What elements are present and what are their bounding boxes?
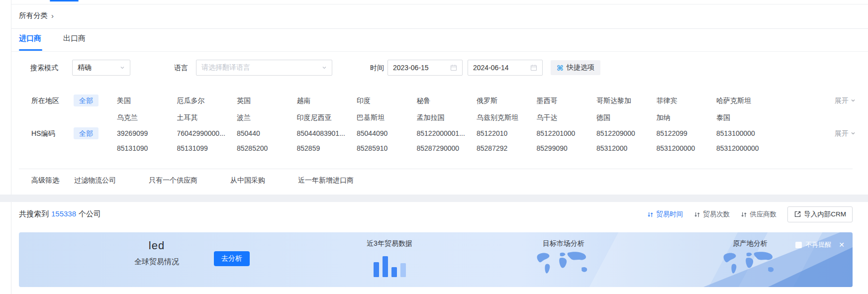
close-icon[interactable]: ✕: [839, 241, 845, 249]
region-option[interactable]: 菲律宾: [657, 96, 717, 105]
hs-code-option[interactable]: 852859: [297, 143, 357, 153]
hs-code-option[interactable]: 85287292: [477, 143, 537, 153]
calendar-icon: [530, 64, 537, 71]
region-option[interactable]: 泰国: [716, 112, 776, 122]
sort-icon: [694, 211, 700, 218]
tabs-top-border: [11, 28, 868, 29]
region-option[interactable]: 巴基斯坦: [357, 112, 417, 122]
hs-code-option[interactable]: 85131090: [117, 143, 177, 153]
hs-code-option[interactable]: 8512209000: [596, 128, 657, 138]
region-option[interactable]: 印度: [357, 96, 417, 105]
banner-keyword-group: led 全球贸易情况: [114, 239, 199, 267]
hs-code-option[interactable]: 85122099: [657, 128, 717, 138]
chevron-down-icon: [851, 131, 856, 136]
hs-code-option[interactable]: 76042990000...: [177, 128, 237, 138]
hs-expand-label: 展开: [835, 128, 849, 138]
quick-options-label: 快捷选项: [567, 63, 594, 72]
sort-icon: [741, 211, 747, 218]
hs-code-option[interactable]: 85122000001...: [417, 128, 477, 138]
hs-code-option[interactable]: 85285910: [357, 143, 417, 153]
import-crm-icon: [794, 211, 801, 218]
advanced-filter-item[interactable]: 近一年新增进口商: [298, 175, 354, 185]
hs-code-option[interactable]: 39269099: [117, 128, 177, 138]
chevron-down-icon: [851, 98, 856, 103]
tab-exporters[interactable]: 出口商: [63, 34, 86, 43]
advanced-filter-item[interactable]: 只有一个供应商: [149, 175, 197, 185]
dismiss-checkbox[interactable]: [795, 242, 802, 248]
import-crm-button[interactable]: 导入内部CRM: [787, 206, 853, 222]
breadcrumb[interactable]: 所有分类 ›: [19, 11, 54, 20]
region-all-chip[interactable]: 全部: [74, 95, 98, 106]
bar-chart-icon: [347, 252, 432, 277]
top-bar-border: [11, 4, 868, 4]
banner-chart-section: 近3年贸易数据: [347, 239, 432, 277]
hs-code-option[interactable]: 85122010: [477, 128, 537, 138]
hs-code-option[interactable]: 8531200000: [657, 143, 717, 153]
world-map-icon: [720, 250, 780, 279]
hs-code-option[interactable]: 850440: [237, 128, 297, 138]
results-count-prefix: 共搜索到: [19, 209, 49, 218]
date-start-input[interactable]: 2023-06-15: [387, 60, 463, 76]
sort-trade-count[interactable]: 贸易次数: [694, 210, 730, 219]
banner-origin-title: 原产地分析: [708, 239, 792, 248]
hs-code-option[interactable]: 85044083901...: [297, 128, 357, 138]
hs-code-option[interactable]: 85287290000: [417, 143, 477, 153]
region-option[interactable]: 乌克兰: [117, 112, 177, 122]
region-option[interactable]: 厄瓜多尔: [177, 96, 237, 105]
analyze-button[interactable]: 去分析: [214, 251, 250, 266]
bar: [400, 263, 406, 277]
language-select[interactable]: 请选择翻译语言: [196, 60, 332, 76]
hs-code-option[interactable]: 85131099: [177, 143, 237, 153]
region-option[interactable]: 印度尼西亚: [297, 112, 357, 122]
chevron-down-icon: [322, 65, 327, 70]
hs-code-option[interactable]: 85312000: [596, 143, 657, 153]
breadcrumb-label: 所有分类: [19, 11, 48, 20]
region-option[interactable]: 俄罗斯: [477, 96, 537, 105]
region-option[interactable]: 德国: [596, 112, 657, 122]
date-end-input[interactable]: 2024-06-14: [468, 60, 543, 76]
region-option[interactable]: 美国: [117, 96, 177, 105]
region-option[interactable]: 乌兹别克斯坦: [477, 112, 537, 122]
hs-code-option[interactable]: 8512201000: [537, 128, 597, 138]
search-mode-label: 搜索模式: [30, 63, 58, 73]
advanced-filter-item[interactable]: 从中国采购: [230, 175, 265, 185]
search-mode-select[interactable]: 精确: [72, 60, 130, 76]
hs-row-1: 3926909976042990000...85044085044083901.…: [117, 128, 776, 138]
banner-keyword: led: [114, 239, 199, 252]
active-tab-underline: [19, 49, 42, 51]
region-expand-label: 展开: [835, 96, 849, 105]
banner-market-section: 目标市场分析: [521, 239, 606, 281]
region-option[interactable]: 乌干达: [537, 112, 597, 122]
advanced-filter-item[interactable]: 过滤物流公司: [74, 175, 116, 185]
sort-trade-time[interactable]: 贸易时间: [647, 210, 683, 219]
chevron-down-icon: [120, 65, 125, 70]
hs-expand[interactable]: 展开: [835, 128, 856, 138]
dismiss-label: 不再提醒: [805, 240, 831, 249]
sort-supplier-count[interactable]: 供应商数: [741, 210, 776, 219]
hs-code-option[interactable]: 85285200: [237, 143, 297, 153]
region-option[interactable]: 哥斯达黎加: [596, 96, 657, 105]
region-option[interactable]: 孟加拉国: [417, 112, 477, 122]
hs-code-option[interactable]: 85044090: [357, 128, 417, 138]
region-option[interactable]: 波兰: [237, 112, 297, 122]
world-map-icon: [533, 250, 594, 279]
region-option[interactable]: 加纳: [657, 112, 717, 122]
hs-code-option[interactable]: 8513100000: [716, 128, 776, 138]
hs-code-option[interactable]: 85312000000: [716, 143, 776, 153]
tab-importers[interactable]: 进口商: [19, 34, 41, 43]
quick-options-icon: ⌘: [557, 64, 564, 72]
region-option[interactable]: 英国: [237, 96, 297, 105]
region-option[interactable]: 哈萨克斯坦: [716, 96, 776, 105]
region-option[interactable]: 墨西哥: [537, 96, 597, 105]
bar: [383, 256, 388, 277]
region-option[interactable]: 秘鲁: [417, 96, 477, 105]
dismiss-group: 不再提醒 ✕: [795, 240, 845, 249]
region-option[interactable]: 土耳其: [177, 112, 237, 122]
region-option[interactable]: 越南: [297, 96, 357, 105]
results-count-number[interactable]: 155338: [51, 209, 76, 218]
region-expand[interactable]: 展开: [835, 96, 856, 105]
hs-all-chip[interactable]: 全部: [74, 127, 98, 139]
hs-code-option[interactable]: 85299090: [537, 143, 597, 153]
sort-label: 贸易次数: [703, 210, 730, 219]
quick-options-button[interactable]: ⌘ 快捷选项: [551, 60, 600, 75]
